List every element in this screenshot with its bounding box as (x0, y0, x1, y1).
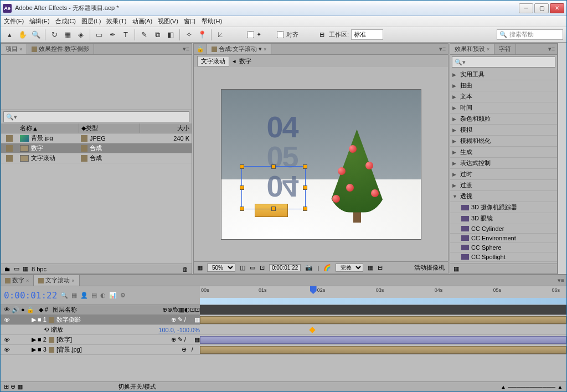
fx-item[interactable]: CC Sphere (450, 243, 557, 252)
rect-tool[interactable]: ▭ (94, 29, 105, 40)
project-item[interactable]: 背景.jpg JPEG 240 K (1, 133, 192, 143)
menu-window[interactable]: 窗口 (184, 17, 196, 25)
project-item[interactable]: 文字滚动 合成 (1, 153, 192, 163)
project-item[interactable]: 数字 合成 (1, 143, 192, 153)
brainstorm-icon[interactable]: ⚙ (120, 292, 126, 299)
fx-group[interactable]: ▶实用工具 (450, 69, 557, 80)
selection-tool[interactable]: ▴ (4, 29, 15, 40)
tab-effect-controls[interactable]: 效果控件:数字倒影 (27, 44, 94, 54)
time-ruler[interactable]: 00s 01s 02s 03s 04s 05s 06s (200, 286, 566, 305)
maximize-button[interactable]: ▢ (534, 3, 549, 13)
clone-tool[interactable]: ⧉ (152, 29, 163, 40)
tab-project[interactable]: 项目 × (1, 44, 27, 54)
selection-box[interactable] (241, 166, 306, 209)
fx-group[interactable]: ▶过时 (450, 169, 557, 180)
channel-icon[interactable]: 🌈 (323, 264, 331, 271)
menu-view[interactable]: 视图(V) (158, 17, 178, 25)
text-tool[interactable]: T (120, 29, 131, 40)
trash-icon[interactable]: 🗑 (182, 266, 188, 272)
breadcrumb-item[interactable]: 数字 (239, 57, 251, 65)
menu-edit[interactable]: 编辑(E) (29, 17, 50, 25)
panel-menu-icon[interactable]: ▾≡ (546, 44, 557, 54)
fx-item[interactable]: 3D 眼镜 (450, 213, 557, 224)
fx-group[interactable]: ▶时间 (450, 102, 557, 114)
lock-icon[interactable]: 🔒 (194, 44, 207, 54)
layer-row[interactable]: 👁▶ ■ 2 [数字]⊕ ✎ / ▦ (1, 335, 566, 345)
fx-item[interactable]: CC Environment (450, 234, 557, 243)
fx-group[interactable]: ▶杂色和颗粒 (450, 114, 557, 125)
comp-mini-icon[interactable]: ▦ (71, 292, 77, 299)
menu-comp[interactable]: 合成(C) (55, 17, 76, 25)
grid-icon[interactable]: ▦ (197, 264, 203, 271)
menu-file[interactable]: 文件(F) (4, 17, 24, 25)
align-check[interactable]: 对齐 (277, 30, 298, 39)
fx-group-open[interactable]: ▼透视 (450, 191, 557, 202)
tab-timeline[interactable]: 文字滚动 × (34, 275, 79, 286)
folder-icon[interactable]: ▭ (14, 265, 19, 272)
tab-character[interactable]: 字符 (494, 44, 516, 54)
playhead[interactable] (310, 286, 317, 294)
toggle-icon[interactable]: ⊞ ⊕ ▦ (4, 383, 23, 390)
fx-item[interactable]: CC Cylinder (450, 224, 557, 234)
scrollbar[interactable] (558, 43, 566, 274)
bpc-button[interactable]: 8 bpc (32, 266, 47, 272)
fx-item[interactable]: CC Spotlight (450, 252, 557, 262)
project-search[interactable]: 🔍▾ (3, 111, 189, 122)
rotation-tool[interactable]: ↻ (49, 29, 60, 40)
mask-icon[interactable]: ▭ (250, 264, 255, 271)
interpret-icon[interactable]: 🖿 (4, 266, 11, 272)
comp-icon[interactable]: ▦ (23, 265, 28, 272)
panel-menu-icon[interactable]: ▾≡ (437, 44, 448, 54)
breadcrumb-item[interactable]: 文字滚动 (197, 56, 229, 66)
snapshot-icon[interactable]: 📷 (305, 264, 313, 271)
camera-select[interactable]: 活动摄像机 (414, 264, 445, 272)
workspace-select[interactable]: 标准 (351, 29, 383, 40)
camera-tool[interactable]: ▦ (62, 29, 73, 40)
snap-check[interactable]: ✦ (247, 31, 261, 38)
property-row[interactable]: ⟲ 缩放100.0, -100.0% (1, 325, 566, 335)
res-icon[interactable]: ◫ (240, 264, 245, 271)
panel-menu-icon[interactable]: ▾≡ (555, 275, 566, 286)
region-icon[interactable]: ⊡ (260, 264, 265, 271)
eraser-tool[interactable]: ◧ (165, 29, 176, 40)
hand-tool[interactable]: ✋ (17, 29, 28, 40)
fx-group[interactable]: ▶表达式控制 (450, 158, 557, 169)
zoom-select[interactable]: 50% (207, 264, 235, 272)
menu-help[interactable]: 帮助(H) (202, 17, 222, 25)
panel-menu-icon[interactable]: ▾≡ (181, 44, 192, 54)
tab-comp[interactable]: 合成:文字滚动 ▾ × (207, 44, 271, 54)
brush-tool[interactable]: ✎ (138, 29, 150, 40)
menu-layer[interactable]: 图层(L) (81, 17, 101, 25)
layer-row[interactable]: 👁▶ ■ 1 数字倒影⊕ ✎ / ▦ (1, 315, 566, 325)
fx-group[interactable]: ▶扭曲 (450, 80, 557, 91)
switches-toggle[interactable]: 切换开关/模式 (118, 383, 156, 391)
motion-blur-icon[interactable]: ◐ (100, 292, 106, 299)
zoom-tool[interactable]: 🔍 (30, 29, 42, 40)
apply-icon[interactable]: ▦ (453, 265, 459, 272)
menu-effect[interactable]: 效果(T) (106, 17, 126, 25)
shy-icon[interactable]: 👤 (80, 292, 88, 299)
exposure-icon[interactable]: ▦ (368, 264, 373, 271)
roto-tool[interactable]: ✧ (183, 29, 194, 40)
layer-row[interactable]: 👁▶ ■ 3 [背景.jpg]⊕ / (1, 345, 566, 355)
close-button[interactable]: ✕ (550, 3, 564, 13)
viewer-timecode[interactable]: 0:00:01:22 (269, 264, 301, 271)
minimize-button[interactable]: ─ (519, 3, 533, 13)
current-time[interactable]: 0:00:01:22 (4, 290, 57, 301)
keyframe-icon[interactable] (309, 327, 315, 333)
fx-group[interactable]: ▶生成 (450, 147, 557, 158)
composition-viewport[interactable]: 04 05 04 (194, 67, 448, 261)
frame-blend-icon[interactable]: ▤ (91, 292, 97, 299)
col-type[interactable]: ◆ 类型 (79, 123, 140, 133)
fx-group[interactable]: ▶文本 (450, 91, 557, 102)
fx-item[interactable]: 3D 摄像机跟踪器 (450, 202, 557, 213)
graph-icon[interactable]: 📊 (109, 292, 117, 299)
anchor-tool[interactable]: ◈ (75, 29, 86, 40)
fx-group[interactable]: ▶过渡 (450, 180, 557, 191)
col-name[interactable]: 名称 ▲ (18, 123, 79, 133)
puppet-tool[interactable]: 📍 (197, 29, 208, 40)
menu-anim[interactable]: 动画(A) (132, 17, 153, 25)
local-axis-icon[interactable]: ⟀ (215, 29, 226, 40)
col-layer-name[interactable]: 图层名称 (53, 306, 77, 314)
col-size[interactable]: 大小 (140, 123, 192, 133)
